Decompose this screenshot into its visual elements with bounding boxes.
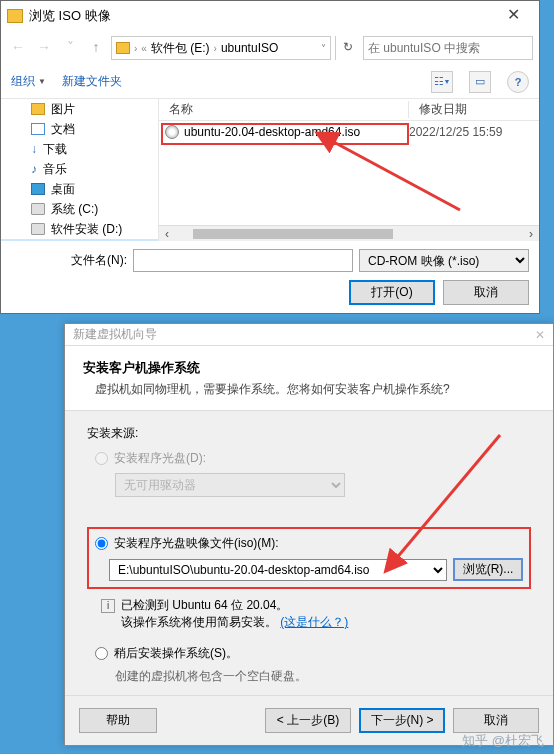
browse-button[interactable]: 浏览(R)... <box>453 558 523 581</box>
sidebar-item-label: 软件包 (E:) <box>51 241 110 242</box>
radio-later-label: 稍后安装操作系统(S)。 <box>114 645 238 662</box>
content-area: 图片 文档 ↓ 下载 ♪ 音乐 桌面 系统 (C:) <box>1 99 539 241</box>
drive-select: 无可用驱动器 <box>115 473 345 497</box>
radio-iso[interactable] <box>95 537 108 550</box>
wizard-heading: 安装客户机操作系统 <box>83 360 535 377</box>
detected-info: i 已检测到 Ubuntu 64 位 20.04。 <box>101 597 531 614</box>
sidebar-item-downloads[interactable]: ↓ 下载 <box>1 139 158 159</box>
titlebar: 浏览 ISO 映像 ✕ <box>1 1 539 31</box>
sidebar-item-label: 文档 <box>51 121 75 138</box>
dialog-bottom: 文件名(N): CD-ROM 映像 (*.iso) 打开(O) 取消 <box>1 241 539 313</box>
help-button[interactable]: ? <box>507 71 529 93</box>
column-header-name[interactable]: 名称 <box>159 101 409 118</box>
horizontal-scrollbar[interactable]: ‹ › <box>159 225 539 241</box>
sidebar-item-music[interactable]: ♪ 音乐 <box>1 159 158 179</box>
sidebar-item-desktop[interactable]: 桌面 <box>1 179 158 199</box>
preview-pane-button[interactable]: ▭ <box>469 71 491 93</box>
sidebar: 图片 文档 ↓ 下载 ♪ 音乐 桌面 系统 (C:) <box>1 99 159 241</box>
view-icons-button[interactable]: ☷ ▼ <box>431 71 453 93</box>
sidebar-item-drive-c[interactable]: 系统 (C:) <box>1 199 158 219</box>
nav-up-icon[interactable]: ↑ <box>85 37 107 59</box>
chevron-right-icon: › <box>214 43 217 54</box>
sidebar-item-label: 图片 <box>51 101 75 118</box>
breadcrumb-part[interactable]: 软件包 (E:) <box>151 40 210 57</box>
chevron-left-icon: « <box>141 43 147 54</box>
detected-sub-text: 该操作系统将使用简易安装。 <box>121 615 277 629</box>
cancel-button[interactable]: 取消 <box>453 708 539 733</box>
option-iso-group: 安装程序光盘映像文件(iso)(M): E:\ubuntuISO\ubuntu-… <box>87 527 531 589</box>
open-button[interactable]: 打开(O) <box>349 280 435 305</box>
file-date: 2022/12/25 15:59 <box>409 125 502 139</box>
app-icon <box>7 9 23 23</box>
cancel-button[interactable]: 取消 <box>443 280 529 305</box>
sidebar-item-label: 系统 (C:) <box>51 201 98 218</box>
radio-later[interactable] <box>95 647 108 660</box>
scroll-right-icon[interactable]: › <box>523 227 539 241</box>
back-button[interactable]: < 上一步(B) <box>265 708 351 733</box>
sidebar-item-drive-d[interactable]: 软件安装 (D:) <box>1 219 158 239</box>
address-bar: ← → ˅ ↑ › « 软件包 (E:) › ubuntuISO ˅ ↻ <box>1 31 539 65</box>
sidebar-item-drive-e[interactable]: 软件包 (E:) <box>1 239 158 241</box>
new-folder-button[interactable]: 新建文件夹 <box>62 73 122 90</box>
radio-iso-label: 安装程序光盘映像文件(iso)(M): <box>114 535 279 552</box>
iso-file-icon <box>165 125 179 139</box>
window-title: 浏览 ISO 映像 <box>29 7 111 25</box>
toolbar: 组织 ▼ 新建文件夹 ☷ ▼ ▭ ? <box>1 65 539 99</box>
filename-input[interactable] <box>133 249 353 272</box>
wizard-titlebar: 新建虚拟机向导 ✕ <box>65 324 553 346</box>
filename-label: 文件名(N): <box>11 252 127 269</box>
install-source-label: 安装来源: <box>87 425 531 442</box>
wizard-body: 安装来源: 安装程序光盘(D): 无可用驱动器 安装程序光盘映像文件(iso)(… <box>65 411 553 695</box>
sidebar-item-label: 桌面 <box>51 181 75 198</box>
file-name: ubuntu-20.04-desktop-amd64.iso <box>184 125 409 139</box>
later-sub-text: 创建的虚拟机将包含一个空白硬盘。 <box>115 668 531 685</box>
chevron-down-icon: ▼ <box>38 77 46 86</box>
easy-install-link[interactable]: (这是什么？) <box>280 615 348 629</box>
list-header: 名称 修改日期 <box>159 99 539 121</box>
organize-menu[interactable]: 组织 ▼ <box>11 73 46 90</box>
document-icon <box>31 123 45 135</box>
refresh-icon[interactable]: ↻ <box>335 36 359 60</box>
download-icon: ↓ <box>31 143 37 155</box>
file-browse-dialog: 浏览 ISO 映像 ✕ ← → ˅ ↑ › « 软件包 (E:) › ubunt… <box>0 0 540 314</box>
close-button[interactable]: ✕ <box>493 4 533 28</box>
nav-back-icon[interactable]: ← <box>7 37 29 59</box>
column-header-date[interactable]: 修改日期 <box>409 101 539 118</box>
detected-sub: 该操作系统将使用简易安装。 (这是什么？) <box>121 614 531 631</box>
wizard-subheading: 虚拟机如同物理机，需要操作系统。您将如何安装客户机操作系统? <box>83 381 535 398</box>
sidebar-item-label: 音乐 <box>43 161 67 178</box>
scroll-left-icon[interactable]: ‹ <box>159 227 175 241</box>
chevron-down-icon[interactable]: ˅ <box>321 43 326 54</box>
sidebar-item-pictures[interactable]: 图片 <box>1 99 158 119</box>
search-input[interactable] <box>363 36 533 60</box>
chevron-down-icon[interactable]: ˅ <box>59 37 81 59</box>
drive-icon <box>31 223 45 235</box>
scroll-thumb[interactable] <box>193 229 393 239</box>
vm-wizard-dialog: 新建虚拟机向导 ✕ 安装客户机操作系统 虚拟机如同物理机，需要操作系统。您将如何… <box>64 323 554 746</box>
nav-forward-icon[interactable]: → <box>33 37 55 59</box>
help-button[interactable]: 帮助 <box>79 708 157 733</box>
file-list: 名称 修改日期 ubuntu-20.04-desktop-amd64.iso 2… <box>159 99 539 241</box>
wizard-title: 新建虚拟机向导 <box>73 326 157 343</box>
next-button[interactable]: 下一步(N) > <box>359 708 445 733</box>
detected-text: 已检测到 Ubuntu 64 位 20.04。 <box>121 597 288 614</box>
wizard-header: 安装客户机操作系统 虚拟机如同物理机，需要操作系统。您将如何安装客户机操作系统? <box>65 346 553 411</box>
option-installer-disc: 安装程序光盘(D): 无可用驱动器 <box>95 450 531 497</box>
file-row[interactable]: ubuntu-20.04-desktop-amd64.iso 2022/12/2… <box>159 121 539 143</box>
sidebar-item-documents[interactable]: 文档 <box>1 119 158 139</box>
breadcrumb[interactable]: › « 软件包 (E:) › ubuntuISO ˅ <box>111 36 331 60</box>
sidebar-item-label: 下载 <box>43 141 67 158</box>
organize-label: 组织 <box>11 73 35 90</box>
info-icon: i <box>101 599 115 613</box>
iso-path-select[interactable]: E:\ubuntuISO\ubuntu-20.04-desktop-amd64.… <box>109 559 447 581</box>
music-icon: ♪ <box>31 163 37 175</box>
filetype-select[interactable]: CD-ROM 映像 (*.iso) <box>359 249 529 272</box>
breadcrumb-part[interactable]: ubuntuISO <box>221 41 278 55</box>
watermark: 知乎 @杜宏飞 <box>462 732 544 750</box>
folder-icon <box>116 42 130 54</box>
desktop-icon <box>31 183 45 195</box>
folder-icon <box>31 103 45 115</box>
close-icon[interactable]: ✕ <box>535 328 545 342</box>
drive-icon <box>31 203 45 215</box>
option-install-later: 稍后安装操作系统(S)。 创建的虚拟机将包含一个空白硬盘。 <box>95 645 531 685</box>
